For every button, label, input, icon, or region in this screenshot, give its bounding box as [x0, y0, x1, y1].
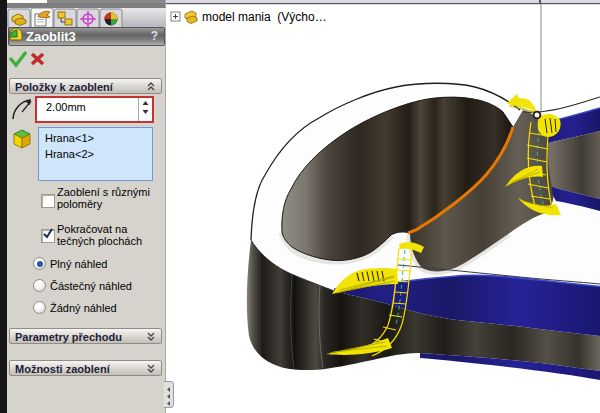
svg-text:model mania (Výcho…: model mania (Výcho… [202, 10, 327, 24]
